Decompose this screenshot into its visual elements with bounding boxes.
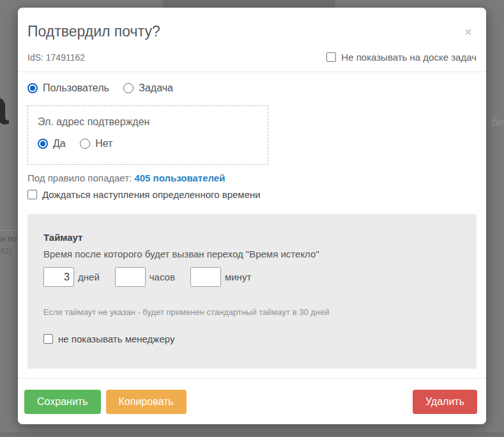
yes-radio[interactable] xyxy=(38,139,48,149)
hide-from-manager-label: не показывать менеджеру xyxy=(58,334,174,344)
condition-title: Эл. адрес подтвержден xyxy=(38,116,258,128)
hours-unit-label: часов xyxy=(149,272,175,282)
hours-input[interactable] xyxy=(115,267,146,287)
entity-type-option-user[interactable]: Пользователь xyxy=(27,82,109,94)
minutes-input[interactable] xyxy=(190,267,221,287)
matched-users-link[interactable]: 405 пользователей xyxy=(134,172,225,183)
wait-time-checkbox[interactable] xyxy=(27,190,37,199)
task-radio-label: Задача xyxy=(139,82,173,94)
background-table-border xyxy=(0,230,18,231)
close-icon[interactable]: × xyxy=(464,26,472,38)
task-radio[interactable] xyxy=(123,83,134,93)
hide-from-manager-checkbox[interactable] xyxy=(43,334,53,344)
minutes-unit-label: минут xyxy=(225,272,251,282)
yes-radio-label: Да xyxy=(53,138,66,150)
background-text-fragment-right: бл xyxy=(492,116,504,129)
condition-options: Да Нет xyxy=(38,138,258,151)
condition-box: Эл. адрес подтвержден Да Нет xyxy=(27,105,268,165)
no-radio[interactable] xyxy=(80,139,90,149)
wait-time-label: Дождаться наступления определенного врем… xyxy=(42,189,261,200)
rule-id-label: IdS: 17491162 xyxy=(27,52,85,63)
hide-on-board-label: Не показывать на доске задач xyxy=(341,52,477,63)
days-unit-label: дней xyxy=(78,272,100,282)
no-radio-label: Нет xyxy=(95,138,112,150)
condition-option-no[interactable]: Нет xyxy=(80,138,112,150)
timeout-panel: Таймаут Время после которого будет вызва… xyxy=(27,214,477,369)
modal-header: Подтвердил почту? × xyxy=(18,8,486,40)
user-radio-label: Пользователь xyxy=(43,82,109,94)
wait-time-option[interactable]: Дождаться наступления определенного врем… xyxy=(27,189,477,200)
hide-from-manager-option[interactable]: не показывать менеджеру xyxy=(43,334,461,344)
modal-footer: Сохранить Копировать Удалить xyxy=(18,378,486,424)
timeout-title: Таймаут xyxy=(43,232,461,243)
delete-button[interactable]: Удалить xyxy=(413,390,477,414)
background-input-strip xyxy=(163,0,335,8)
hide-on-board-checkbox[interactable] xyxy=(326,52,336,62)
rule-modal: Подтвердил почту? × IdS: 17491162 Не пок… xyxy=(18,8,486,424)
background-bottom-strip xyxy=(0,432,504,437)
hide-on-board-option[interactable]: Не показывать на доске задач xyxy=(326,52,477,63)
save-button[interactable]: Сохранить xyxy=(24,390,101,414)
modal-subheader: IdS: 17491162 Не показывать на доске зад… xyxy=(18,40,486,63)
rule-match-prefix: Под правило попадает: xyxy=(27,172,132,183)
condition-option-yes[interactable]: Да xyxy=(38,138,66,150)
background-heading-fragment: а xyxy=(0,82,8,132)
user-radio[interactable] xyxy=(27,83,38,93)
timeout-fields: дней часов минут xyxy=(43,267,461,287)
rule-match-row: Под правило попадает: 405 пользователей xyxy=(27,172,477,183)
copy-button[interactable]: Копировать xyxy=(106,390,187,414)
timeout-note: Если таймаут не указан - будет применен … xyxy=(43,307,461,317)
modal-body: Пользователь Задача Эл. адрес подтвержде… xyxy=(18,72,486,369)
entity-type-option-task[interactable]: Задача xyxy=(123,82,173,94)
background-table-text-1: и по xyxy=(1,234,17,243)
timeout-description: Время после которого будет вызван перехо… xyxy=(43,249,461,259)
days-input[interactable] xyxy=(43,267,74,287)
background-table-text-2: 62) xyxy=(1,247,11,256)
entity-type-group: Пользователь Задача xyxy=(27,82,477,96)
modal-title: Подтвердил почту? xyxy=(27,23,471,40)
